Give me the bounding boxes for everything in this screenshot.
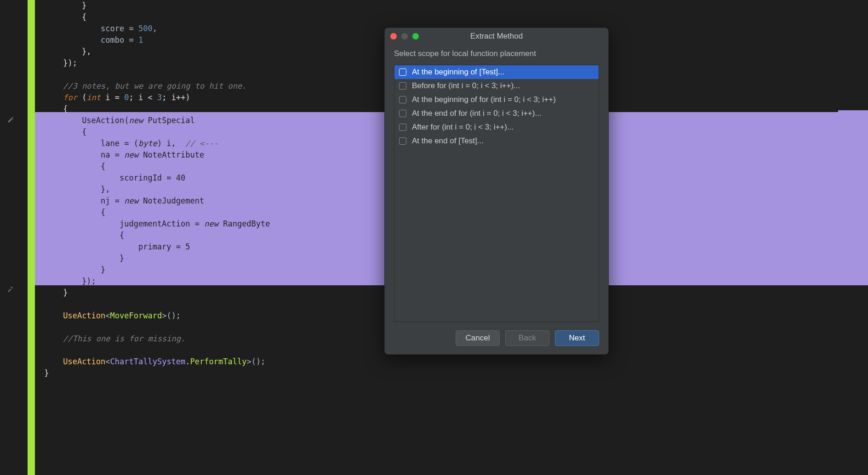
checkbox-icon[interactable] [399,96,406,103]
dialog-prompt: Select scope for local function placemen… [394,49,599,58]
checkbox-icon[interactable] [399,124,406,131]
scope-item[interactable]: At the beginning of [Test]... [394,65,599,79]
scope-item-label: At the end of for (int i = 0; i < 3; i++… [412,109,542,118]
code-line[interactable]: } [35,368,868,379]
extract-method-dialog: Extract Method Select scope for local fu… [384,28,609,355]
checkbox-icon[interactable] [399,110,406,117]
scope-item-label: At the beginning of for (int i = 0; i < … [412,95,556,104]
checkbox-icon[interactable] [399,82,406,90]
scope-item-label: At the end of [Test]... [412,136,484,146]
vcs-gutter-strip [28,0,35,475]
checkbox-icon[interactable] [399,137,406,145]
back-button: Back [505,330,549,346]
hammer-icon[interactable] [7,285,15,293]
scope-item-label: After for (int i = 0; i < 3; i++)... [412,123,514,132]
cancel-button[interactable]: Cancel [456,330,500,346]
zoom-icon[interactable] [412,33,419,40]
close-icon[interactable] [390,33,397,40]
scope-item[interactable]: At the end of for (int i = 0; i < 3; i++… [394,107,599,120]
next-button[interactable]: Next [555,330,599,346]
scope-item[interactable]: After for (int i = 0; i < 3; i++)... [394,120,599,134]
checkbox-icon[interactable] [399,68,406,76]
left-sidebar [0,0,22,475]
scope-item-label: At the beginning of [Test]... [412,68,504,77]
code-line[interactable]: { [35,11,868,23]
scope-item[interactable]: At the end of [Test]... [394,134,599,148]
dialog-titlebar: Extract Method [385,28,608,45]
code-line[interactable]: UseAction<ChartTallySystem.PerformTally>… [35,356,868,368]
brush-icon[interactable] [7,117,15,125]
scope-item-label: Before for (int i = 0; i < 3; i++)... [412,81,520,90]
scope-list[interactable]: At the beginning of [Test]...Before for … [394,65,599,322]
code-line[interactable]: } [35,0,868,11]
scope-item[interactable]: At the beginning of for (int i = 0; i < … [394,93,599,107]
minimize-icon [401,33,408,40]
scope-item[interactable]: Before for (int i = 0; i < 3; i++)... [394,79,599,93]
